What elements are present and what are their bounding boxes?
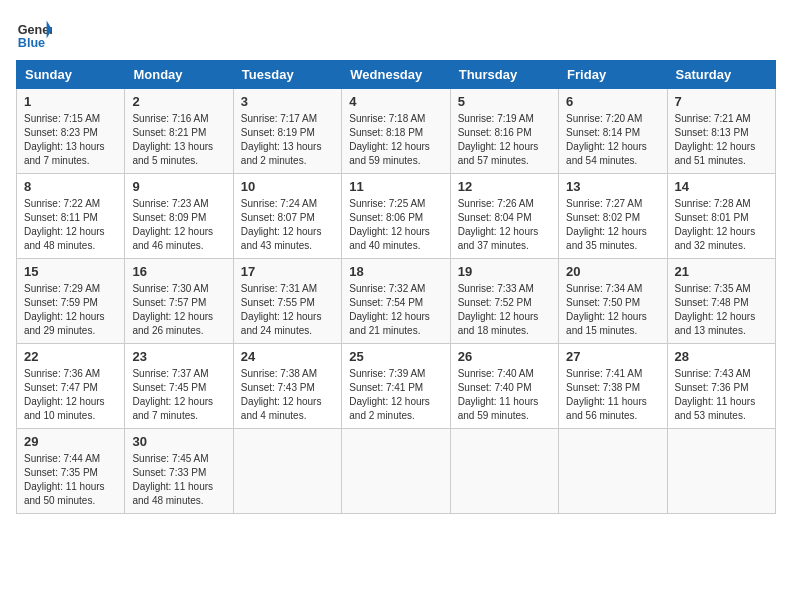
day-info: Sunrise: 7:32 AMSunset: 7:54 PMDaylight:… (349, 282, 442, 338)
day-number: 6 (566, 94, 659, 109)
day-info: Sunrise: 7:27 AMSunset: 8:02 PMDaylight:… (566, 197, 659, 253)
day-number: 12 (458, 179, 551, 194)
day-info: Sunrise: 7:38 AMSunset: 7:43 PMDaylight:… (241, 367, 334, 423)
calendar-cell: 23Sunrise: 7:37 AMSunset: 7:45 PMDayligh… (125, 344, 233, 429)
calendar-week-row: 29Sunrise: 7:44 AMSunset: 7:35 PMDayligh… (17, 429, 776, 514)
day-number: 22 (24, 349, 117, 364)
day-number: 30 (132, 434, 225, 449)
day-number: 21 (675, 264, 768, 279)
calendar-cell: 21Sunrise: 7:35 AMSunset: 7:48 PMDayligh… (667, 259, 775, 344)
day-number: 23 (132, 349, 225, 364)
calendar-cell: 19Sunrise: 7:33 AMSunset: 7:52 PMDayligh… (450, 259, 558, 344)
day-number: 19 (458, 264, 551, 279)
day-number: 3 (241, 94, 334, 109)
day-number: 11 (349, 179, 442, 194)
day-number: 25 (349, 349, 442, 364)
day-info: Sunrise: 7:30 AMSunset: 7:57 PMDaylight:… (132, 282, 225, 338)
calendar-cell: 17Sunrise: 7:31 AMSunset: 7:55 PMDayligh… (233, 259, 341, 344)
day-number: 15 (24, 264, 117, 279)
day-number: 4 (349, 94, 442, 109)
calendar-cell (559, 429, 667, 514)
weekday-header: Tuesday (233, 61, 341, 89)
weekday-header: Monday (125, 61, 233, 89)
calendar-cell: 12Sunrise: 7:26 AMSunset: 8:04 PMDayligh… (450, 174, 558, 259)
day-number: 1 (24, 94, 117, 109)
day-info: Sunrise: 7:31 AMSunset: 7:55 PMDaylight:… (241, 282, 334, 338)
day-info: Sunrise: 7:19 AMSunset: 8:16 PMDaylight:… (458, 112, 551, 168)
day-info: Sunrise: 7:24 AMSunset: 8:07 PMDaylight:… (241, 197, 334, 253)
calendar-week-row: 22Sunrise: 7:36 AMSunset: 7:47 PMDayligh… (17, 344, 776, 429)
calendar-cell: 10Sunrise: 7:24 AMSunset: 8:07 PMDayligh… (233, 174, 341, 259)
calendar-cell (450, 429, 558, 514)
day-info: Sunrise: 7:23 AMSunset: 8:09 PMDaylight:… (132, 197, 225, 253)
day-number: 16 (132, 264, 225, 279)
day-number: 5 (458, 94, 551, 109)
day-info: Sunrise: 7:28 AMSunset: 8:01 PMDaylight:… (675, 197, 768, 253)
calendar-cell (667, 429, 775, 514)
calendar-cell: 28Sunrise: 7:43 AMSunset: 7:36 PMDayligh… (667, 344, 775, 429)
day-info: Sunrise: 7:22 AMSunset: 8:11 PMDaylight:… (24, 197, 117, 253)
day-info: Sunrise: 7:15 AMSunset: 8:23 PMDaylight:… (24, 112, 117, 168)
day-number: 14 (675, 179, 768, 194)
day-info: Sunrise: 7:40 AMSunset: 7:40 PMDaylight:… (458, 367, 551, 423)
day-number: 10 (241, 179, 334, 194)
calendar-cell: 9Sunrise: 7:23 AMSunset: 8:09 PMDaylight… (125, 174, 233, 259)
day-info: Sunrise: 7:41 AMSunset: 7:38 PMDaylight:… (566, 367, 659, 423)
weekday-header: Friday (559, 61, 667, 89)
calendar-cell: 29Sunrise: 7:44 AMSunset: 7:35 PMDayligh… (17, 429, 125, 514)
calendar-cell: 22Sunrise: 7:36 AMSunset: 7:47 PMDayligh… (17, 344, 125, 429)
day-info: Sunrise: 7:33 AMSunset: 7:52 PMDaylight:… (458, 282, 551, 338)
day-number: 18 (349, 264, 442, 279)
day-number: 24 (241, 349, 334, 364)
day-info: Sunrise: 7:36 AMSunset: 7:47 PMDaylight:… (24, 367, 117, 423)
day-info: Sunrise: 7:43 AMSunset: 7:36 PMDaylight:… (675, 367, 768, 423)
calendar-cell: 1Sunrise: 7:15 AMSunset: 8:23 PMDaylight… (17, 89, 125, 174)
day-number: 13 (566, 179, 659, 194)
calendar-table: SundayMondayTuesdayWednesdayThursdayFrid… (16, 60, 776, 514)
svg-text:Blue: Blue (18, 36, 45, 50)
day-info: Sunrise: 7:16 AMSunset: 8:21 PMDaylight:… (132, 112, 225, 168)
day-number: 8 (24, 179, 117, 194)
day-info: Sunrise: 7:25 AMSunset: 8:06 PMDaylight:… (349, 197, 442, 253)
day-info: Sunrise: 7:20 AMSunset: 8:14 PMDaylight:… (566, 112, 659, 168)
logo-icon: General Blue (16, 16, 52, 52)
calendar-cell: 24Sunrise: 7:38 AMSunset: 7:43 PMDayligh… (233, 344, 341, 429)
calendar-cell: 13Sunrise: 7:27 AMSunset: 8:02 PMDayligh… (559, 174, 667, 259)
calendar-cell: 11Sunrise: 7:25 AMSunset: 8:06 PMDayligh… (342, 174, 450, 259)
page-header: General Blue (16, 16, 776, 52)
day-info: Sunrise: 7:35 AMSunset: 7:48 PMDaylight:… (675, 282, 768, 338)
day-info: Sunrise: 7:44 AMSunset: 7:35 PMDaylight:… (24, 452, 117, 508)
day-number: 28 (675, 349, 768, 364)
weekday-header: Wednesday (342, 61, 450, 89)
day-info: Sunrise: 7:39 AMSunset: 7:41 PMDaylight:… (349, 367, 442, 423)
day-info: Sunrise: 7:26 AMSunset: 8:04 PMDaylight:… (458, 197, 551, 253)
day-number: 17 (241, 264, 334, 279)
weekday-header: Saturday (667, 61, 775, 89)
calendar-cell: 18Sunrise: 7:32 AMSunset: 7:54 PMDayligh… (342, 259, 450, 344)
day-number: 9 (132, 179, 225, 194)
day-info: Sunrise: 7:29 AMSunset: 7:59 PMDaylight:… (24, 282, 117, 338)
day-info: Sunrise: 7:45 AMSunset: 7:33 PMDaylight:… (132, 452, 225, 508)
day-number: 2 (132, 94, 225, 109)
calendar-cell: 30Sunrise: 7:45 AMSunset: 7:33 PMDayligh… (125, 429, 233, 514)
calendar-cell: 8Sunrise: 7:22 AMSunset: 8:11 PMDaylight… (17, 174, 125, 259)
day-number: 27 (566, 349, 659, 364)
logo: General Blue (16, 16, 56, 52)
day-info: Sunrise: 7:21 AMSunset: 8:13 PMDaylight:… (675, 112, 768, 168)
calendar-cell (233, 429, 341, 514)
weekday-header: Sunday (17, 61, 125, 89)
calendar-header: SundayMondayTuesdayWednesdayThursdayFrid… (17, 61, 776, 89)
day-number: 7 (675, 94, 768, 109)
calendar-cell: 26Sunrise: 7:40 AMSunset: 7:40 PMDayligh… (450, 344, 558, 429)
day-info: Sunrise: 7:17 AMSunset: 8:19 PMDaylight:… (241, 112, 334, 168)
weekday-header: Thursday (450, 61, 558, 89)
day-info: Sunrise: 7:18 AMSunset: 8:18 PMDaylight:… (349, 112, 442, 168)
calendar-cell: 2Sunrise: 7:16 AMSunset: 8:21 PMDaylight… (125, 89, 233, 174)
day-info: Sunrise: 7:37 AMSunset: 7:45 PMDaylight:… (132, 367, 225, 423)
calendar-cell: 20Sunrise: 7:34 AMSunset: 7:50 PMDayligh… (559, 259, 667, 344)
calendar-cell: 15Sunrise: 7:29 AMSunset: 7:59 PMDayligh… (17, 259, 125, 344)
calendar-cell: 14Sunrise: 7:28 AMSunset: 8:01 PMDayligh… (667, 174, 775, 259)
calendar-week-row: 15Sunrise: 7:29 AMSunset: 7:59 PMDayligh… (17, 259, 776, 344)
calendar-cell: 16Sunrise: 7:30 AMSunset: 7:57 PMDayligh… (125, 259, 233, 344)
calendar-cell: 4Sunrise: 7:18 AMSunset: 8:18 PMDaylight… (342, 89, 450, 174)
